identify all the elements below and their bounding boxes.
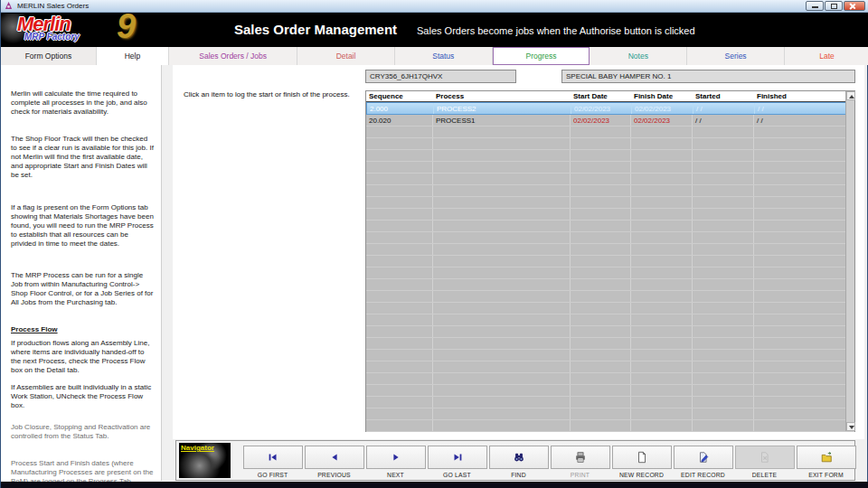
- cell-finish-date: 02/02/2023: [631, 115, 693, 126]
- job-code-field[interactable]: CRY356_6JH17QHVX: [365, 70, 516, 83]
- table-row-empty[interactable]: [366, 338, 854, 350]
- previous-icon: [328, 451, 341, 464]
- logo-mrp-factory-text: MRP Factory: [24, 32, 80, 42]
- delete-button[interactable]: [735, 446, 795, 469]
- column-header-finished: Finished: [754, 91, 838, 101]
- merlin-wizard-icon: [5, 2, 13, 10]
- scroll-up-arrow-icon[interactable]: [846, 91, 855, 100]
- process-table-body: 2.000 PROCESS2 02/02/2023 02/02/2023 / /…: [366, 102, 854, 432]
- table-row-empty[interactable]: [366, 279, 854, 291]
- table-row-empty[interactable]: [366, 209, 854, 221]
- cell-process: PROCESS2: [434, 103, 571, 114]
- tab-progress[interactable]: Progress: [493, 47, 590, 65]
- exit-form-button[interactable]: [797, 446, 856, 469]
- page-title: Sales Order Management: [234, 22, 397, 37]
- edit-record-button[interactable]: [674, 446, 733, 469]
- window-title: MERLIN Sales Orders: [17, 2, 89, 10]
- column-header-process: Process: [433, 91, 571, 101]
- print-button[interactable]: [551, 446, 610, 469]
- cell-started: / /: [693, 115, 754, 126]
- new-record-icon: [636, 451, 648, 464]
- help-paragraph: The MRP Process can be run for a single …: [11, 271, 154, 307]
- find-icon: [513, 451, 525, 464]
- column-header-start-date: Start Date: [571, 91, 631, 101]
- scroll-down-arrow-icon[interactable]: [846, 422, 855, 431]
- tab-form-options[interactable]: Form Options: [1, 47, 97, 65]
- help-paragraph: If production flows along an Assembly Li…: [11, 339, 154, 375]
- minimize-button[interactable]: [806, 1, 824, 11]
- previous-button[interactable]: [305, 446, 364, 469]
- help-paragraph: If a flag is present on the Form Options…: [11, 203, 154, 249]
- column-header-finish-date: Finish Date: [631, 91, 693, 101]
- table-row-empty[interactable]: [366, 397, 854, 408]
- table-row-empty[interactable]: [366, 138, 854, 150]
- tab-notes[interactable]: Notes: [590, 47, 687, 65]
- table-row-empty[interactable]: [366, 197, 854, 209]
- table-row-empty[interactable]: [366, 174, 854, 185]
- tab-late[interactable]: Late: [785, 47, 868, 65]
- maximize-button[interactable]: [825, 1, 843, 11]
- process-table: Sequence Process Start Date Finish Date …: [365, 90, 855, 432]
- table-row-empty[interactable]: [366, 232, 854, 244]
- table-row-empty[interactable]: [366, 350, 854, 361]
- table-row-empty[interactable]: [366, 361, 854, 373]
- table-row-empty[interactable]: [366, 326, 854, 338]
- cell-start-date: 02/02/2023: [571, 115, 631, 126]
- table-row-empty[interactable]: [366, 373, 854, 385]
- table-row-empty[interactable]: [366, 303, 854, 314]
- navigator-label: Navigator: [181, 444, 214, 452]
- go-last-button[interactable]: [428, 446, 487, 469]
- tab-bar: Form Options Help Sales Orders / Jobs De…: [1, 47, 868, 65]
- table-row-empty[interactable]: [366, 267, 854, 279]
- cell-started: / /: [693, 103, 755, 114]
- help-heading-process-flow: Process Flow: [11, 325, 154, 334]
- go-first-icon: [267, 451, 279, 464]
- next-button[interactable]: [366, 446, 426, 469]
- table-row-empty[interactable]: [366, 420, 854, 432]
- logo-version-number: 9: [117, 7, 136, 46]
- go-first-button[interactable]: [243, 446, 303, 469]
- help-paragraph: Job Closure, Stopping and Reactivation a…: [11, 423, 154, 441]
- job-description-field[interactable]: SPECIAL BABY HAMPER NO. 1: [561, 70, 855, 83]
- table-row-empty[interactable]: [366, 221, 854, 232]
- close-button[interactable]: [844, 1, 865, 11]
- page-subtitle: Sales Orders become jobs when the Author…: [417, 25, 695, 36]
- navigator-bar: Navigator GO FIRST PREVIOUS NEXT: [175, 440, 855, 481]
- print-icon: [574, 451, 587, 464]
- tab-help[interactable]: Help: [97, 47, 169, 65]
- help-paragraph: The Shop Floor Track will then be checke…: [11, 135, 154, 180]
- sales-order-management-window: MERLIN Sales Orders Merlin MRP Factory 9…: [0, 0, 868, 488]
- table-row-empty[interactable]: [366, 244, 854, 256]
- tab-series[interactable]: Series: [687, 47, 785, 65]
- cell-finished: / /: [754, 115, 847, 126]
- table-row-empty[interactable]: [366, 385, 854, 397]
- tab-detail[interactable]: Detail: [297, 47, 395, 65]
- tab-status[interactable]: Status: [395, 47, 493, 65]
- minimize-icon: [812, 6, 818, 8]
- table-row-selected[interactable]: 2.000 PROCESS2 02/02/2023 02/02/2023 / /…: [366, 102, 854, 115]
- table-row-empty[interactable]: [366, 314, 854, 326]
- table-row-empty[interactable]: [366, 185, 854, 197]
- table-row-empty[interactable]: [366, 291, 854, 303]
- table-row[interactable]: 20.020 PROCESS1 02/02/2023 02/02/2023 / …: [366, 115, 854, 127]
- table-row-empty[interactable]: [366, 256, 854, 267]
- navigator-buttons: GO FIRST PREVIOUS NEXT GO LAST: [242, 446, 856, 478]
- cell-start-date: 02/02/2023: [571, 103, 632, 114]
- new-record-button[interactable]: [612, 446, 672, 469]
- delete-icon: [759, 451, 771, 464]
- find-button[interactable]: [489, 446, 549, 469]
- exit-form-icon: [820, 451, 833, 464]
- tab-sales-orders-jobs[interactable]: Sales Orders / Jobs: [169, 47, 297, 65]
- cell-finished: / /: [755, 103, 848, 114]
- next-icon: [390, 451, 402, 464]
- help-paragraph: Merlin will calculate the time required …: [11, 89, 154, 117]
- table-row-empty[interactable]: [366, 408, 854, 420]
- cell-sequence: 20.020: [366, 115, 433, 126]
- cell-sequence: 2.000: [367, 103, 434, 114]
- table-row-empty[interactable]: [366, 162, 854, 174]
- table-row-empty[interactable]: [366, 150, 854, 162]
- table-vertical-scrollbar[interactable]: [845, 91, 854, 431]
- table-row-empty[interactable]: [366, 127, 854, 138]
- edit-record-icon: [697, 451, 710, 464]
- help-paragraph: If Assemblies are built individually in …: [11, 383, 154, 410]
